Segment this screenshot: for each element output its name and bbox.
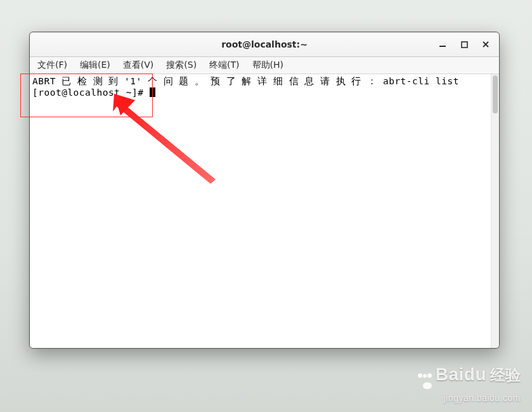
terminal-prompt: [root@localhost ~]# [32, 87, 150, 98]
terminal-output-line: ABRT 已 检 测 到 '1' 个 问 题 。 预 了 解 详 细 信 息 请… [32, 76, 459, 86]
window-controls [432, 35, 496, 54]
terminal-cursor [150, 87, 155, 97]
svg-rect-0 [439, 46, 446, 47]
minimize-button[interactable] [432, 35, 453, 54]
menu-view[interactable]: 查看(V) [119, 58, 158, 72]
watermark-url: jingyan.baidu.com [417, 393, 521, 403]
menu-file[interactable]: 文件(F) [34, 58, 71, 72]
scrollbar[interactable] [491, 74, 499, 348]
terminal-window: root@localhost:~ 文件(F) 编辑(E) 查看(V) 搜索(S)… [29, 32, 500, 349]
titlebar: root@localhost:~ [30, 32, 499, 57]
menu-help[interactable]: 帮助(H) [249, 58, 287, 72]
menu-edit[interactable]: 编辑(E) [76, 58, 114, 72]
terminal[interactable]: ABRT 已 检 测 到 '1' 个 问 题 。 预 了 解 详 细 信 息 请… [30, 74, 491, 348]
scrollbar-thumb[interactable] [493, 75, 498, 113]
close-button[interactable] [475, 35, 496, 54]
svg-rect-1 [462, 42, 467, 48]
menu-search[interactable]: 搜索(S) [162, 58, 200, 72]
maximize-button[interactable] [453, 35, 475, 54]
menubar: 文件(F) 编辑(E) 查看(V) 搜索(S) 终端(T) 帮助(H) [30, 57, 499, 74]
window-title: root@localhost:~ [30, 39, 499, 49]
terminal-area: ABRT 已 检 测 到 '1' 个 问 题 。 预 了 解 详 细 信 息 请… [30, 74, 499, 348]
watermark-cn: 经验 [490, 365, 521, 385]
watermark-brand: Baidu [436, 364, 486, 385]
paw-icon [417, 369, 432, 392]
menu-terminal[interactable]: 终端(T) [205, 58, 243, 72]
watermark: Baidu 经验 jingyan.baidu.com [417, 364, 521, 403]
